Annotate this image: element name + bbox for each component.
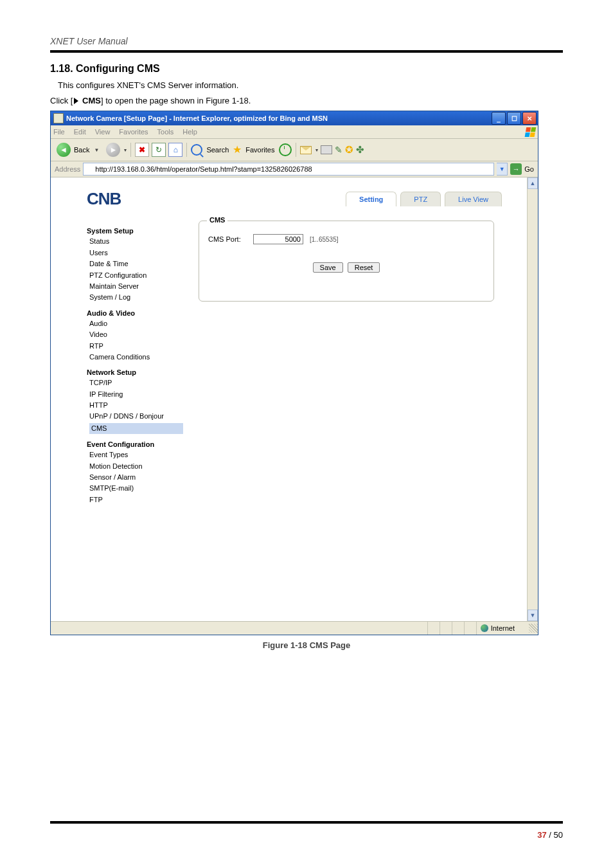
sidebar-item-motion[interactable]: Motion Detection (89, 462, 183, 471)
status-page-icon (53, 624, 62, 633)
page-number: 37 / 50 (50, 830, 563, 840)
click-instruction: Click [ CMS] to open the page shown in F… (50, 95, 563, 107)
scroll-up-icon[interactable]: ▲ (528, 177, 538, 189)
toolbar: ◄ Back ▼ ► ▾ ✖ ↻ ⌂ Search ★ Favorites ▾ … (51, 139, 538, 161)
sidebar-group-system: System Setup (87, 227, 183, 235)
sidebar-item-smtp[interactable]: SMTP(E-mail) (89, 484, 183, 493)
globe-icon (481, 624, 488, 632)
page-icon (85, 165, 93, 174)
tab-liveview[interactable]: Live View (445, 192, 502, 206)
section-title: 1.18. Configuring CMS (50, 63, 563, 75)
menubar: File Edit View Favorites Tools Help (51, 125, 538, 139)
status-cell (427, 622, 440, 635)
sidebar-item-video[interactable]: Video (89, 330, 183, 339)
ms-flag-icon (524, 127, 537, 137)
sidebar-item-upnp[interactable]: UPnP / DDNS / Bonjour (89, 411, 183, 421)
sidebar-group-av: Audio & Video (87, 309, 183, 317)
sidebar-group-event: Event Configuration (87, 440, 183, 448)
reset-button[interactable]: Reset (348, 262, 380, 273)
sidebar-item-eventtypes[interactable]: Event Types (89, 450, 183, 460)
menu-view[interactable]: View (95, 128, 111, 136)
mail-icon[interactable] (300, 146, 312, 154)
close-button[interactable]: ✕ (522, 112, 537, 125)
window-title: Network Camera [Setup Page] - Internet E… (66, 114, 492, 122)
go-button[interactable]: → (510, 163, 522, 175)
history-icon[interactable] (279, 143, 292, 156)
messenger-icon[interactable]: ✪ (345, 144, 353, 156)
address-input[interactable]: http://193.168.0.36/html/operator/Setup.… (83, 163, 494, 176)
sidebar-item-ipfilter[interactable]: IP Filtering (89, 390, 183, 399)
click-link: CMS (82, 96, 101, 105)
sidebar-group-network: Network Setup (87, 368, 183, 376)
header-rule (50, 50, 563, 53)
sidebar-item-http[interactable]: HTTP (89, 401, 183, 410)
menu-help[interactable]: Help (182, 128, 197, 136)
figure-caption: Figure 1-18 CMS Page (50, 640, 563, 650)
click-prefix: Click [ (50, 96, 73, 105)
address-label: Address (55, 165, 80, 173)
chevron-down-icon: ▼ (94, 147, 99, 153)
page-sep: / (547, 830, 554, 840)
minimize-button[interactable]: ‗ (492, 112, 506, 125)
sidebar-item-datetime[interactable]: Date & Time (89, 259, 183, 269)
sidebar-item-status[interactable]: Status (89, 237, 183, 246)
sidebar-item-audio[interactable]: Audio (89, 319, 183, 329)
stop-button[interactable]: ✖ (135, 143, 149, 157)
cms-port-range: [1..65535] (310, 236, 338, 243)
sidebar-item-camcond[interactable]: Camera Conditions (89, 352, 183, 362)
tab-setting[interactable]: Setting (346, 192, 396, 206)
browser-viewport: ▲ ▼ CNB Setting PTZ Live View System Set… (51, 177, 538, 621)
home-button[interactable]: ⌂ (168, 143, 182, 157)
resize-grip-icon[interactable] (529, 624, 538, 633)
menu-tools[interactable]: Tools (157, 128, 174, 136)
doc-header: XNET User Manual (50, 36, 563, 46)
menu-edit[interactable]: Edit (74, 128, 86, 136)
sidebar-item-users[interactable]: Users (89, 248, 183, 258)
sidebar-item-systemlog[interactable]: System / Log (89, 293, 183, 302)
menu-file[interactable]: File (53, 128, 65, 136)
address-url: http://193.168.0.36/html/operator/Setup.… (95, 165, 312, 173)
search-icon (191, 144, 202, 156)
address-dropdown[interactable]: ▼ (497, 163, 508, 176)
address-bar: Address http://193.168.0.36/html/operato… (51, 161, 538, 177)
sidebar-item-cms[interactable]: CMS (89, 423, 183, 434)
forward-button[interactable]: ► (106, 143, 120, 157)
favorites-label[interactable]: Favorites (245, 146, 274, 154)
scrollbar-vertical[interactable]: ▲ ▼ (527, 177, 538, 621)
mail-dd[interactable]: ▾ (315, 147, 318, 153)
scroll-down-icon[interactable]: ▼ (528, 610, 538, 621)
separator (186, 143, 187, 157)
brand-logo: CNB (87, 189, 121, 209)
sidebar-item-rtp[interactable]: RTP (89, 341, 183, 351)
status-cell (452, 622, 464, 635)
cms-port-label: CMS Port: (208, 235, 247, 243)
edit-icon[interactable]: ✎ (335, 145, 342, 155)
print-icon[interactable] (321, 145, 332, 154)
page-total: 50 (554, 830, 563, 840)
cms-panel: CMS Port: [1..65535] Save Reset (199, 221, 494, 302)
sidebar-item-sensor[interactable]: Sensor / Alarm (89, 473, 183, 482)
search-label[interactable]: Search (206, 146, 229, 154)
save-button[interactable]: Save (313, 262, 343, 273)
back-icon: ◄ (57, 143, 71, 157)
cms-port-input[interactable] (253, 234, 303, 244)
sidebar-item-tcpip[interactable]: TCP/IP (89, 378, 183, 388)
sidebar-item-maintain[interactable]: Maintain Server (89, 282, 183, 291)
sidebar: System Setup Status Users Date & Time PT… (87, 221, 183, 506)
status-cell (464, 622, 476, 635)
status-zone: Internet (476, 622, 528, 635)
back-button[interactable]: ◄ Back ▼ (55, 141, 103, 159)
maximize-button[interactable]: ☐ (507, 112, 521, 125)
separator (296, 143, 296, 157)
sidebar-item-ftp[interactable]: FTP (89, 495, 183, 505)
favorites-icon: ★ (233, 145, 242, 155)
ie-page-icon (53, 113, 64, 123)
addons-icon[interactable]: ✤ (356, 144, 364, 156)
triangle-icon (74, 98, 78, 104)
refresh-button[interactable]: ↻ (152, 143, 166, 157)
click-suffix: ] to open the page shown in Figure 1-18. (101, 96, 251, 105)
tab-ptz[interactable]: PTZ (400, 192, 441, 206)
menu-favorites[interactable]: Favorites (119, 128, 148, 136)
sidebar-item-ptzconfig[interactable]: PTZ Configuration (89, 271, 183, 280)
fwd-dd[interactable]: ▾ (124, 147, 127, 153)
